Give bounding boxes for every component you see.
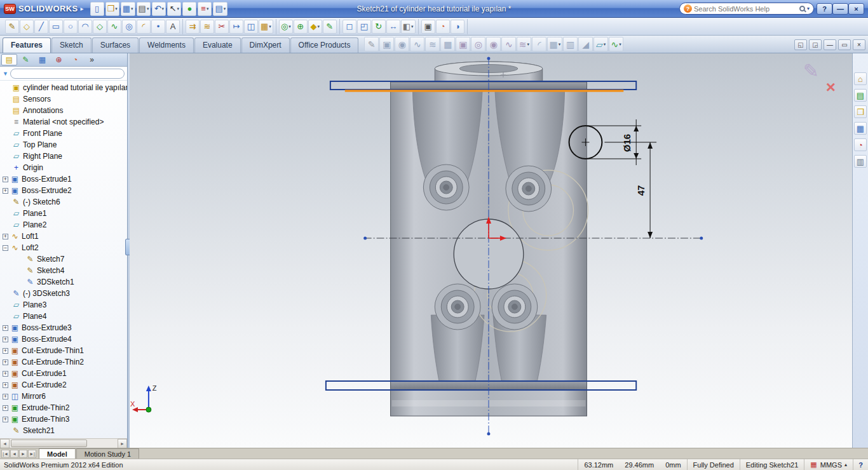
revolved-cut-icon[interactable]: ◉ [486,37,501,51]
smart-dimension-icon[interactable]: ◇ [20,20,34,34]
ellipse-icon[interactable]: ◎ [122,20,136,34]
tree-item-cut-extrude-thin1[interactable]: +▣Cut-Extrude-Thin1 [0,345,127,356]
sketch-color-icon[interactable]: ▦ [810,460,817,469]
tree-item-extrude-thin2[interactable]: +▣Extrude-Thin2 [0,402,127,413]
lofted-cut-icon[interactable]: ≋▾ [517,37,531,51]
configurationmanager-tab-icon[interactable]: ▦ [34,54,50,65]
centerline-endpoint[interactable] [363,237,367,240]
centerline-endpoint[interactable] [487,57,491,60]
curves-icon[interactable]: ∿▾ [609,37,623,51]
tab-scroll-last-icon[interactable]: ►| [28,450,36,458]
add-relation-icon[interactable]: ⊕ [294,20,308,34]
dimension-diameter-label[interactable]: Ø16 [621,134,632,152]
tab-motion-study-1[interactable]: Motion Study 1 [76,448,139,459]
dropdown-caret-icon[interactable]: ▾ [411,24,414,29]
tree-item-boss-extrude2[interactable]: +▣Boss-Extrude2 [0,185,127,196]
tab-evaluate[interactable]: Evaluate [194,37,241,53]
display-relations-icon[interactable]: ◎▾ [279,20,293,34]
menu-expand-icon[interactable]: ▸ [81,5,84,12]
solidworks-resources-icon[interactable]: ⌂ [854,72,867,85]
appearances-scenes-icon[interactable]: ◔ [854,138,867,151]
centerline-endpoint[interactable] [487,433,491,436]
draft-icon[interactable]: ◢ [578,37,593,51]
hole-wizard-icon[interactable]: ◎ [471,37,485,51]
undo-icon[interactable]: ↶▾ [152,2,166,16]
dropdown-caret-icon[interactable]: ▾ [207,6,209,11]
fillet-icon[interactable]: ◜ [532,37,546,51]
pin-commandmanager-icon[interactable]: ◱ [794,39,807,50]
expand-icon[interactable]: + [3,382,8,388]
tree-item-origin[interactable]: +Origin [0,162,127,173]
linear-sketch-pattern-icon[interactable]: ▦▾ [259,20,273,34]
tree-item-sketch4[interactable]: ✎Sketch4 [0,265,127,276]
tree-item-plane1[interactable]: ▱Plane1 [0,208,127,219]
text-icon[interactable]: A [166,20,180,34]
extruded-cut-icon[interactable]: ▣ [456,37,470,51]
polygon-icon[interactable]: ◇ [93,20,107,34]
search-dropdown-icon[interactable]: ▾ [807,6,810,11]
close-document-icon[interactable]: × [853,39,865,50]
expand-icon[interactable]: + [3,348,8,354]
tree-item-cut-extrude1[interactable]: +▣Cut-Extrude1 [0,368,127,379]
rib-icon[interactable]: ▥ [563,37,578,51]
valve-boss-bottom-left[interactable] [435,284,480,330]
model-view[interactable]: Ø16 47 Z X [130,53,852,448]
offset-entities-icon[interactable]: ≋ [200,20,214,34]
tab-surfaces[interactable]: Surfaces [92,37,139,53]
solidworks-menu[interactable]: SW SOLIDWORKS ▸ [4,4,84,14]
scrollbar-track[interactable] [10,439,118,448]
displaymanager-tab-icon[interactable]: ◔ [67,54,83,65]
expand-icon[interactable]: + [3,371,8,377]
dropdown-caret-icon[interactable]: ▾ [115,6,118,11]
units-label[interactable]: MMGS [820,461,842,469]
file-properties-icon[interactable]: ▤▾ [213,2,227,16]
valve-boss-top-right[interactable] [506,166,552,211]
dropdown-caret-icon[interactable]: ▾ [224,6,226,11]
pan-icon[interactable]: ↔ [386,20,400,34]
zoom-area-icon[interactable]: ◰ [357,20,371,34]
screen-capture-icon[interactable]: ▣ [421,20,435,34]
tree-item-boss-extrude4[interactable]: +▣Boss-Extrude4 [0,333,127,345]
scrollbar-thumb[interactable] [11,440,87,447]
arc-icon[interactable]: ◠ [78,20,92,34]
units-dropdown-icon[interactable]: ▴ [844,462,847,467]
rotate-view-icon[interactable]: ↻ [372,20,386,34]
tree-item-loft2[interactable]: −∿Loft2 [0,242,127,253]
expand-icon[interactable]: + [3,417,8,422]
expand-commandmanager-icon[interactable]: ◲ [809,39,822,50]
tab-scroll-next-icon[interactable]: ► [19,450,27,458]
swept-cut-icon[interactable]: ∿ [501,37,516,51]
valve-boss-top-left[interactable] [423,164,469,210]
tree-item-right-plane[interactable]: ▱Right Plane [0,151,127,162]
print-icon[interactable]: ▤▾ [137,2,151,16]
dropdown-caret-icon[interactable]: ▾ [619,42,621,47]
tree-filter-input[interactable] [10,69,125,79]
tree-item-3dsketch1[interactable]: ✎3DSketch1 [0,276,127,288]
dropdown-caret-icon[interactable]: ▾ [162,6,165,11]
featuremanager-tab-icon[interactable]: ▤ [1,54,17,65]
expand-icon[interactable]: + [3,359,8,365]
swept-boss-icon[interactable]: ∿ [410,37,424,51]
sketch-tool-icon[interactable]: ✎ [5,20,19,34]
graphics-area[interactable]: Ø16 47 Z X [130,53,852,448]
linear-pattern-icon[interactable]: ▦▾ [547,37,562,51]
dropdown-caret-icon[interactable]: ▾ [147,6,149,11]
expand-icon[interactable]: + [3,188,8,194]
tree-item-top-plane[interactable]: ▱Top Plane [0,139,127,151]
tab-features[interactable]: Features [3,37,51,53]
tree-item-material-not-specified[interactable]: ≡Material <not specified> [0,116,127,128]
minimize-button[interactable]: — [832,3,848,15]
spline-icon[interactable]: ∿ [107,20,121,34]
tree-item-plane3[interactable]: ▱Plane3 [0,299,127,311]
tree-item-annotations[interactable]: ▤Annotations [0,105,127,116]
dropdown-caret-icon[interactable]: ▾ [559,42,561,47]
open-document-icon[interactable]: ❒▾ [105,2,119,16]
dimension-length-label[interactable]: 47 [635,185,646,196]
expand-icon[interactable]: + [3,177,8,182]
help-button[interactable]: ? [817,3,832,15]
tree-item-cut-extrude2[interactable]: +▣Cut-Extrude2 [0,379,127,391]
options-icon[interactable]: ≡▾ [198,2,212,16]
expand-icon[interactable]: + [3,394,8,399]
expand-icon[interactable]: + [3,234,8,239]
cancel-sketch-icon[interactable]: × [826,77,836,97]
